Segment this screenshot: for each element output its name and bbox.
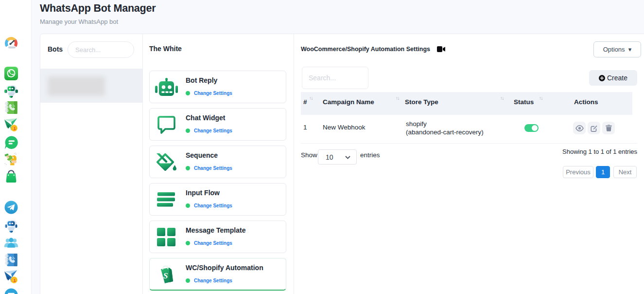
svg-text:1: 1: [13, 277, 16, 283]
svg-text:S: S: [163, 271, 168, 280]
svg-text:1: 1: [13, 126, 16, 131]
